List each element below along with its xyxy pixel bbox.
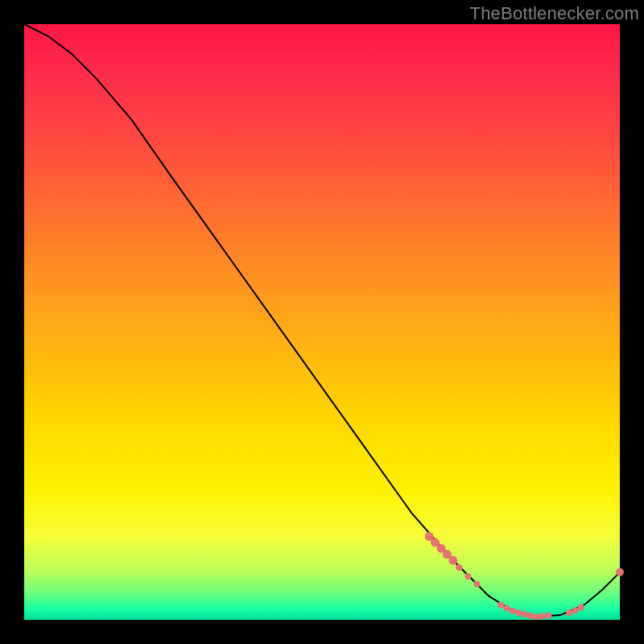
curve-marker bbox=[616, 568, 624, 576]
curve-marker bbox=[503, 605, 510, 611]
curve-marker bbox=[572, 607, 579, 613]
curve-marker bbox=[464, 573, 471, 580]
curve-marker bbox=[448, 556, 457, 565]
curve-marker bbox=[527, 613, 534, 619]
curve-marker bbox=[456, 564, 462, 571]
chart-stage: TheBottlenecker.com bbox=[0, 0, 644, 644]
curve-marker bbox=[566, 609, 572, 616]
plot-area bbox=[24, 24, 620, 620]
curve-marker bbox=[473, 581, 480, 588]
curve-layer bbox=[24, 24, 620, 620]
bottleneck-curve bbox=[24, 24, 620, 617]
attribution-text: TheBottlenecker.com bbox=[470, 3, 639, 24]
curve-marker bbox=[522, 611, 528, 617]
curve-markers bbox=[425, 532, 624, 620]
curve-marker bbox=[539, 613, 546, 620]
curve-marker bbox=[515, 609, 522, 616]
curve-marker bbox=[545, 613, 551, 619]
curve-marker bbox=[510, 608, 516, 614]
curve-marker bbox=[533, 613, 539, 620]
curve-marker bbox=[497, 602, 504, 609]
curve-marker bbox=[578, 605, 584, 611]
